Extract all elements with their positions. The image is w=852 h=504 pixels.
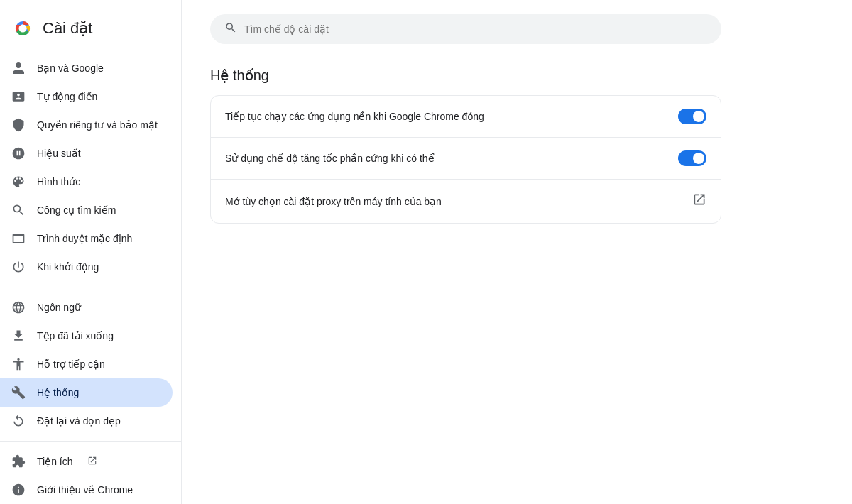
sidebar-item-ngon-ngu[interactable]: Ngôn ngữ [0,293,173,322]
sidebar-item-label: Bạn và Google [37,62,104,74]
background-apps-toggle[interactable] [678,109,706,124]
sidebar-item-cong-cu-tim-kiem[interactable]: Công cụ tìm kiếm [0,196,173,224]
sidebar-item-trinh-duyet-mac-dinh[interactable]: Trình duyệt mặc định [0,224,173,253]
sidebar-item-hieu-suat[interactable]: Hiệu suất [0,139,173,168]
proxy-settings-label: Mở tùy chọn cài đặt proxy trên máy tính … [225,196,442,207]
hardware-accel-label: Sử dụng chế độ tăng tốc phần cứng khi có… [225,153,435,164]
section-title: Hệ thống [210,67,824,84]
sidebar-item-tep-da-tai-xuong[interactable]: Tệp đã tải xuống [0,322,173,350]
sidebar-item-ban-va-google[interactable]: Bạn và Google [0,54,173,82]
sidebar: Cài đặt Bạn và Google Tự động điền Quyền… [0,0,182,504]
sidebar-header: Cài đặt [0,11,181,54]
info-icon [11,483,26,497]
download-icon [11,329,26,343]
speed-icon [11,146,26,160]
sidebar-item-label: Tự động điền [37,91,97,102]
sidebar-item-ho-tro-tiep-can[interactable]: Hỗ trợ tiếp cận [0,350,173,378]
sidebar-item-label: Hỗ trợ tiếp cận [37,358,105,370]
sidebar-item-dat-lai-va-don-dep[interactable]: Đặt lại và dọn dẹp [0,407,173,435]
accessibility-icon [11,357,26,371]
person-icon [11,61,26,75]
background-apps-slider [678,109,706,124]
sidebar-item-label: Hình thức [37,176,80,187]
external-link-icon [87,456,97,468]
sidebar-item-label: Công cụ tìm kiếm [37,204,116,216]
search-input[interactable] [244,23,707,35]
sidebar-item-label: Ngôn ngữ [37,302,81,313]
background-apps-label: Tiếp tục chạy các ứng dụng nền khi Googl… [225,111,484,122]
puzzle-icon [11,454,26,469]
sidebar-item-label: Trình duyệt mặc định [37,233,132,244]
sidebar-item-he-thong[interactable]: Hệ thống [0,378,173,407]
search-icon [11,203,26,217]
globe-icon [11,300,26,314]
wrench-icon [11,385,26,400]
sidebar-item-label: Khi khởi động [37,261,99,273]
sidebar-item-label: Quyền riêng tư và bảo mật [37,119,158,131]
sidebar-item-tu-dong-dien[interactable]: Tự động điền [0,82,173,111]
sidebar-title: Cài đặt [43,19,92,38]
sidebar-divider [0,287,181,287]
sidebar-item-label: Hệ thống [37,387,79,398]
sidebar-divider [0,441,181,442]
browser-icon [11,231,26,246]
proxy-settings-row[interactable]: Mở tùy chọn cài đặt proxy trên máy tính … [211,180,721,223]
sidebar-item-label: Hiệu suất [37,148,81,159]
search-icon [224,21,237,37]
palette-icon [11,175,26,189]
background-apps-row: Tiếp tục chạy các ứng dụng nền khi Googl… [211,96,721,138]
sidebar-item-label: Giới thiệu về Chrome [37,484,133,495]
settings-card: Tiếp tục chạy các ứng dụng nền khi Googl… [210,95,721,224]
sidebar-item-label: Tệp đã tải xuống [37,330,114,341]
shield-icon [11,118,26,132]
sidebar-item-label: Đặt lại và dọn dẹp [37,415,121,427]
hardware-accel-toggle[interactable] [678,150,706,166]
sidebar-item-label: Tiện ích [37,456,73,467]
power-icon [11,260,26,274]
main-content: Hệ thống Tiếp tục chạy các ứng dụng nền … [182,0,852,504]
badge-icon [11,89,26,104]
svg-point-2 [19,25,27,33]
sidebar-item-gioi-thieu[interactable]: Giới thiệu về Chrome [0,476,173,504]
hardware-accel-slider [678,150,706,166]
reset-icon [11,414,26,428]
chrome-logo-icon [11,17,34,40]
sidebar-item-quyen-rieng-tu[interactable]: Quyền riêng tư và bảo mật [0,111,173,139]
sidebar-item-khi-khoi-dong[interactable]: Khi khởi động [0,253,173,281]
hardware-accel-row: Sử dụng chế độ tăng tốc phần cứng khi có… [211,138,721,180]
sidebar-item-hinh-thuc[interactable]: Hình thức [0,168,173,196]
proxy-external-link-icon [692,192,706,210]
sidebar-item-tien-ich[interactable]: Tiện ích [0,447,173,476]
search-bar[interactable] [210,14,721,44]
